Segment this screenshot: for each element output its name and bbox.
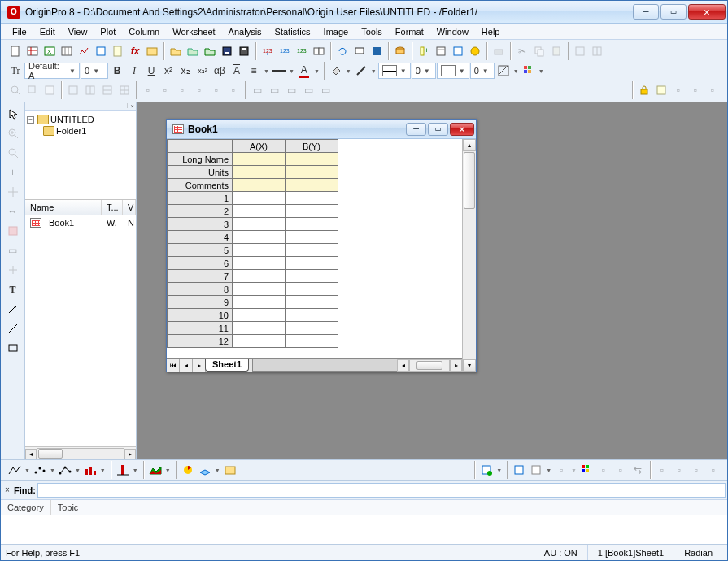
import-multi-icon[interactable]: 123 [277, 43, 293, 59]
palette-dropdown-icon[interactable]: ▼ [538, 68, 545, 74]
cell[interactable] [286, 296, 338, 309]
print-icon[interactable] [490, 43, 507, 59]
extract-icon[interactable] [528, 462, 544, 478]
front-icon[interactable]: ▫ [688, 462, 704, 478]
line-color-dropdown-icon[interactable]: ▼ [370, 68, 377, 74]
stack-2-icon[interactable]: ▭ [266, 82, 282, 98]
underline-icon[interactable]: U [143, 63, 159, 79]
pointer-icon[interactable] [4, 106, 22, 122]
col-b-header[interactable]: B(Y) [286, 140, 338, 153]
layout-b-icon[interactable] [82, 82, 98, 98]
add-column-icon[interactable]: + [416, 43, 432, 59]
panel-3-icon[interactable]: ▫ [174, 82, 190, 98]
row-number[interactable]: 12 [168, 335, 233, 348]
open-template-icon[interactable] [185, 43, 201, 59]
minimize-button[interactable]: ─ [633, 4, 659, 20]
col-name[interactable]: Name [25, 200, 102, 215]
bold-icon[interactable]: B [109, 63, 125, 79]
cell[interactable] [233, 205, 286, 218]
new-worksheet-icon[interactable] [24, 43, 41, 59]
border-pattern-select[interactable]: ▼ [437, 63, 469, 79]
row-number[interactable]: 3 [168, 218, 233, 231]
new-function-icon[interactable]: fx [127, 43, 143, 59]
arrow-tool-icon[interactable] [4, 301, 22, 317]
italic-icon[interactable]: I [126, 63, 142, 79]
menu-file[interactable]: File [6, 25, 33, 38]
menu-window[interactable]: Window [430, 25, 475, 38]
layout-a-icon[interactable] [65, 82, 81, 98]
copy-icon[interactable] [531, 43, 547, 59]
palette-icon[interactable] [521, 63, 537, 79]
cell[interactable] [286, 257, 338, 270]
row-units[interactable]: Units [168, 166, 233, 179]
new-notes-icon[interactable] [110, 43, 126, 59]
save-icon[interactable] [219, 43, 235, 59]
font-inc-icon[interactable]: A [229, 63, 245, 79]
cell[interactable] [233, 192, 286, 205]
maximize-button[interactable]: ▭ [660, 4, 687, 20]
layout-grid-icon[interactable] [572, 43, 588, 59]
tab-prev-icon[interactable]: ◂ [180, 359, 193, 372]
panel-6-icon[interactable]: ▫ [225, 82, 242, 98]
add-axis-icon[interactable] [511, 462, 527, 478]
menu-view[interactable]: View [62, 25, 94, 38]
book-minimize-button[interactable]: ─ [406, 123, 426, 136]
cell[interactable] [286, 153, 338, 166]
text-style-icon[interactable]: Tr [7, 63, 24, 79]
batch-icon[interactable] [311, 43, 327, 59]
panel-5-icon[interactable]: ▫ [208, 82, 225, 98]
stack-1-icon[interactable]: ▭ [249, 82, 265, 98]
data-selector-icon[interactable]: ↔ [4, 203, 22, 220]
cell[interactable] [286, 283, 338, 296]
find-close-icon[interactable]: × [2, 485, 12, 495]
tab-first-icon[interactable]: ⏮ [167, 359, 180, 372]
notes-y-icon[interactable] [653, 82, 669, 98]
line-style-dropdown-icon[interactable]: ▼ [288, 68, 295, 74]
menu-analysis[interactable]: Analysis [222, 25, 268, 38]
open-icon[interactable] [168, 43, 184, 59]
layout-merge-icon[interactable] [589, 43, 605, 59]
font-style-select[interactable]: Default: A▼ [24, 63, 80, 79]
row-number[interactable]: 8 [168, 283, 233, 296]
refresh-icon[interactable] [334, 43, 351, 59]
sheet-tab[interactable]: Sheet1 [205, 359, 249, 372]
tree-collapse-icon[interactable]: − [27, 116, 34, 124]
new-matrix-icon[interactable] [59, 43, 75, 59]
cell[interactable] [233, 296, 286, 309]
recompile-icon[interactable] [467, 43, 483, 59]
panel-2-icon[interactable]: ▫ [157, 82, 173, 98]
font-color-icon[interactable]: A [296, 63, 312, 79]
new-layout-icon[interactable] [93, 43, 109, 59]
cell[interactable] [286, 205, 338, 218]
stack-4-icon[interactable]: ▭ [300, 82, 316, 98]
book-titlebar[interactable]: Book1 ─ ▭ ✕ [167, 120, 476, 139]
merge-dd-icon[interactable]: ▼ [570, 468, 578, 473]
row-number[interactable]: 6 [168, 257, 233, 270]
stack-5-icon[interactable]: ▭ [317, 82, 333, 98]
rescale-icon[interactable] [7, 82, 24, 98]
cell[interactable] [233, 322, 286, 335]
group-icon[interactable]: ▫ [654, 462, 670, 478]
panel-4-icon[interactable]: ▫ [191, 82, 207, 98]
draw-data-icon[interactable] [4, 262, 22, 278]
row-number[interactable]: 11 [168, 322, 233, 335]
book-maximize-button[interactable]: ▭ [428, 123, 448, 136]
explorer-hscroll[interactable]: ◂▸ [25, 446, 136, 459]
results-log-icon[interactable] [433, 43, 449, 59]
plot-area-icon[interactable] [147, 462, 163, 478]
cell[interactable] [286, 179, 338, 192]
copy-fmt-icon[interactable]: ▫ [670, 82, 687, 98]
cell[interactable] [233, 153, 286, 166]
coord-reader-icon[interactable] [41, 82, 58, 98]
cell[interactable] [286, 192, 338, 205]
tab-topic[interactable]: Topic [51, 500, 86, 515]
import-single-icon[interactable]: 123 [259, 43, 276, 59]
swap-icon[interactable]: ⇆ [630, 462, 646, 478]
plot-area-dd-icon[interactable]: ▼ [164, 468, 172, 473]
explorer-handle[interactable]: ⸽ × [25, 102, 136, 111]
slide-icon[interactable] [351, 43, 368, 59]
row-number[interactable]: 10 [168, 309, 233, 322]
cell[interactable] [233, 270, 286, 283]
tree-root[interactable]: − UNTITLED [27, 114, 134, 125]
extract-dd-icon[interactable]: ▼ [545, 468, 552, 473]
